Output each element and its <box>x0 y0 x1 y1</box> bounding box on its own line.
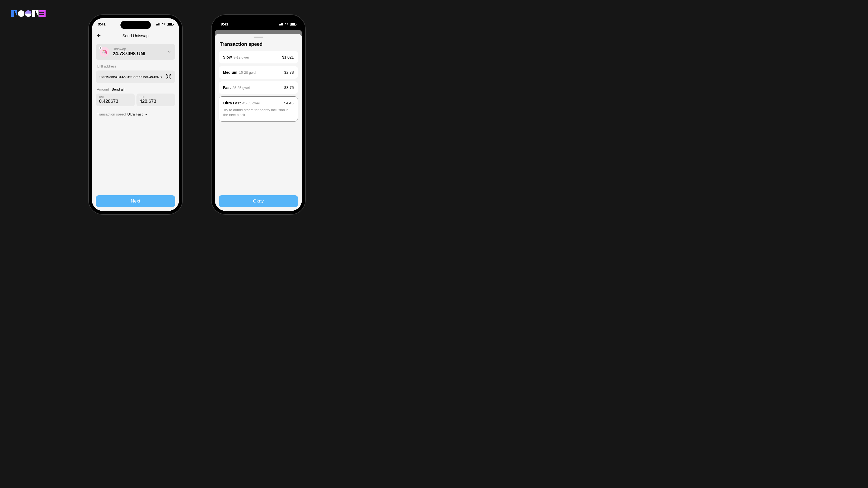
token-selector[interactable]: 🦄 Uniswap 24.787498 UNI <box>96 44 175 60</box>
speed-value: Ultra Fast <box>127 112 143 116</box>
okay-button[interactable]: Okay <box>219 195 298 207</box>
speed-option-description: Try to outbid others for priority inclus… <box>223 108 293 118</box>
speed-option-ultra-fast[interactable]: Ultra Fast45-63 gwei$4.43Try to outbid o… <box>219 97 298 122</box>
speed-option-gwei: 25-35 gwei <box>232 86 250 90</box>
speed-option-medium[interactable]: Medium15-20 gwei$2.78 <box>219 66 298 78</box>
speed-option-slow[interactable]: Slow8-12 gwei$1.021 <box>219 51 298 63</box>
address-value: 0xf2f93de4103270cf0aa9996a04s3fd78 <box>99 75 163 79</box>
phone-frame-send: 9:41 Send Uniswap 🦄 Uniswap 24.787498 UN… <box>89 15 182 214</box>
address-field[interactable]: 0xf2f93de4103270cf0aa9996a04s3fd78 <box>96 70 175 83</box>
speed-option-gwei: 45-63 gwei <box>243 101 260 105</box>
amount-usd-field[interactable]: USD 428.673 <box>136 94 176 106</box>
chevron-down-icon <box>144 112 148 116</box>
amount-label: Amount Send all <box>97 87 174 91</box>
sheet-handle[interactable] <box>254 37 264 38</box>
dynamic-island <box>243 21 274 29</box>
speed-sheet: Transaction speed Slow8-12 gwei$1.021Med… <box>215 34 302 211</box>
uniswap-icon: 🦄 <box>99 47 109 57</box>
amount-usd-value: 428.673 <box>140 99 172 104</box>
send-all-button[interactable]: Send all <box>112 87 124 91</box>
back-button[interactable] <box>96 32 102 39</box>
token-balance: 24.787498 UNI <box>113 51 164 57</box>
arrow-left-icon <box>97 33 101 38</box>
status-time: 9:41 <box>98 22 105 26</box>
chevron-down-icon <box>167 50 172 54</box>
speed-option-name: Ultra Fast <box>223 101 241 105</box>
speed-option-price: $3.75 <box>284 86 294 90</box>
speed-option-price: $4.43 <box>284 101 293 105</box>
speed-option-gwei: 15-20 gwei <box>239 70 256 74</box>
battery-icon <box>290 23 296 26</box>
amount-uni-field[interactable]: UNI 0.428673 <box>96 94 135 106</box>
sheet-title: Transaction speed <box>219 41 298 47</box>
token-name: Uniswap <box>113 47 164 51</box>
transaction-speed-selector[interactable]: Transaction speed Ultra Fast <box>97 112 174 116</box>
speed-option-fast[interactable]: Fast25-35 gwei$3.75 <box>219 82 298 94</box>
wifi-icon <box>162 23 166 26</box>
speed-option-name: Medium <box>223 70 237 74</box>
next-button[interactable]: Next <box>96 195 175 207</box>
page-title: Send Uniswap <box>122 33 149 38</box>
phone-frame-speed: 9:41 Transaction speed Slow8-12 gwei$1.0… <box>212 15 305 214</box>
dynamic-island <box>120 21 151 29</box>
speed-option-price: $1.021 <box>282 55 294 59</box>
status-time: 9:41 <box>221 22 228 26</box>
cellular-icon <box>156 23 160 26</box>
speed-option-gwei: 8-12 gwei <box>234 55 249 59</box>
speed-option-name: Slow <box>223 55 232 59</box>
speed-option-price: $2.78 <box>284 70 294 74</box>
amount-uni-value: 0.428673 <box>99 99 131 104</box>
battery-icon <box>167 23 173 26</box>
speed-label: Transaction speed <box>97 112 126 116</box>
address-label: UNI address <box>97 64 174 68</box>
noone-logo <box>11 10 45 17</box>
amount-uni-label: UNI <box>99 96 131 99</box>
speed-option-name: Fast <box>223 86 231 90</box>
wifi-icon <box>284 23 289 26</box>
nav-bar: Send Uniswap <box>92 30 179 41</box>
qr-scan-icon[interactable] <box>165 74 172 80</box>
cellular-icon <box>279 23 283 26</box>
amount-usd-label: USD <box>140 96 172 99</box>
